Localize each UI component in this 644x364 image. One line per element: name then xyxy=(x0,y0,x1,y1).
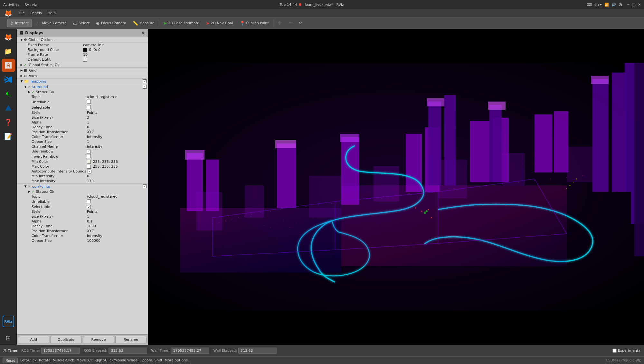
curr-points-decay-value[interactable]: 1000 xyxy=(86,224,147,228)
maximize-btn[interactable]: □ xyxy=(632,3,635,7)
surround-min-intensity-value[interactable]: 0 xyxy=(86,174,147,178)
add-button[interactable]: Add xyxy=(18,336,49,343)
curr-points-queue-value[interactable]: 100000 xyxy=(86,239,147,243)
firefox-sidebar-icon[interactable]: 🦊 xyxy=(2,30,15,44)
curr-points-topic-value[interactable]: /cloud_registered xyxy=(86,194,147,199)
surround-min-color-value[interactable]: 238; 238; 236 xyxy=(93,160,118,164)
surround-size-value[interactable]: 3 xyxy=(86,115,147,120)
terminal-icon[interactable]: $_ xyxy=(2,87,15,101)
wall-elapsed-value[interactable]: 313.63 xyxy=(238,348,277,354)
axes-expand[interactable]: ▶ xyxy=(19,74,24,78)
curr-points-checkbox[interactable]: ✓ xyxy=(143,184,147,188)
close-btn[interactable]: ✕ xyxy=(638,3,641,7)
menu-panels[interactable]: Panels xyxy=(28,10,44,16)
global-options-expand[interactable]: ▼ xyxy=(19,37,24,42)
curr-points-col-trans-value[interactable]: Intensity xyxy=(86,234,147,238)
experimental-checkbox[interactable] xyxy=(612,349,617,353)
surround-max-color-value[interactable]: 255; 255; 255 xyxy=(93,164,118,169)
interact-button[interactable]: ↕ Interact xyxy=(7,19,32,27)
focus-camera-button[interactable]: ⊕ Focus Camera xyxy=(93,19,129,27)
remove-button[interactable]: Remove xyxy=(83,336,114,343)
reset-view-button[interactable]: ⟳ xyxy=(297,19,305,27)
surround-pos-trans-value[interactable]: XYZ xyxy=(86,130,147,134)
surround-style-value[interactable]: Points xyxy=(86,111,147,115)
duplicate-button[interactable]: Duplicate xyxy=(51,336,82,343)
nav-goal-button[interactable]: ➤ 2D Nav Goal xyxy=(203,19,236,27)
cmake-icon[interactable] xyxy=(2,101,15,115)
mapping-row[interactable]: ▼ 📁 mapping ✓ xyxy=(17,79,148,84)
activities-label[interactable]: Activities xyxy=(3,3,19,7)
surround-selectable-checkbox[interactable] xyxy=(87,105,91,109)
zoom-out-button[interactable]: ➖ xyxy=(286,19,296,27)
vscode-icon[interactable] xyxy=(2,73,15,86)
surround-channel-value[interactable]: intensity xyxy=(86,144,147,149)
app-store-icon[interactable]: 🅰 xyxy=(2,59,15,72)
grid-expand[interactable]: ▶ xyxy=(19,68,24,73)
measure-button[interactable]: 📏 Measure xyxy=(130,19,157,27)
curr-points-row[interactable]: ▼ ✳ currPoints ✓ xyxy=(17,184,148,189)
surround-status-expand[interactable]: ▶ xyxy=(27,90,32,94)
curr-points-alpha-value[interactable]: 0.1 xyxy=(86,219,147,223)
surround-max-intensity-value[interactable]: 170 xyxy=(86,179,147,183)
axes-row[interactable]: ▶ ⊕ Axes xyxy=(17,73,148,79)
default-light-check[interactable]: ✓ xyxy=(82,57,147,62)
ros-elapsed-value[interactable]: 313.63 xyxy=(109,348,147,354)
zoom-in-button[interactable]: ➕ xyxy=(275,19,285,27)
select-button[interactable]: ▭ Select xyxy=(70,19,92,27)
surround-queue-value[interactable]: 1 xyxy=(86,140,147,144)
fixed-frame-value[interactable]: camera_init xyxy=(82,43,147,47)
menu-help[interactable]: Help xyxy=(45,10,58,16)
notepad-icon[interactable]: 📝 xyxy=(2,130,15,143)
surround-alpha-value[interactable]: 1 xyxy=(86,120,147,124)
minimize-btn[interactable]: ─ xyxy=(627,3,630,7)
viewport[interactable]: ◀ xyxy=(148,29,644,345)
displays-content[interactable]: ▼ ⚙ Global Options Fixed Frame camera_in… xyxy=(17,37,148,334)
global-status-expand[interactable]: ▶ xyxy=(19,63,24,67)
firefox-icon[interactable]: 🦊 xyxy=(1,9,15,17)
surround-rainbow-checkbox[interactable]: ✓ xyxy=(87,150,91,153)
file-manager-icon[interactable]: 📁 xyxy=(2,44,15,58)
surround-autocompute-checkbox[interactable]: ✓ xyxy=(88,170,91,173)
frame-rate-value[interactable]: 10 xyxy=(82,53,147,57)
app-name-label[interactable]: RV rviz xyxy=(24,3,37,7)
mapping-expand[interactable]: ▼ xyxy=(19,79,24,84)
wall-time-value[interactable]: 1705387495.27 xyxy=(171,348,209,354)
surround-unreliable-checkbox[interactable] xyxy=(87,100,91,103)
surround-invert-checkbox[interactable] xyxy=(87,154,91,158)
system-time: Tue 14:44 xyxy=(279,3,297,7)
surround-unreliable-check[interactable] xyxy=(86,100,147,104)
curr-points-unreliable-checkbox[interactable] xyxy=(87,199,91,203)
global-status-row[interactable]: ▶ ✓ Global Status: Ok xyxy=(17,62,148,68)
help-icon[interactable]: ❓ xyxy=(2,115,15,129)
svg-rect-84 xyxy=(341,185,567,266)
reset-button[interactable]: Reset xyxy=(3,358,18,363)
surround-row[interactable]: ▼ ✳ surround ✓ xyxy=(17,84,148,89)
curr-points-style-value[interactable]: Points xyxy=(86,210,147,214)
curr-points-size-value[interactable]: 1 xyxy=(86,214,147,219)
mapping-checkbox[interactable]: ✓ xyxy=(143,79,147,83)
lang-indicator[interactable]: en ▾ xyxy=(594,3,602,7)
surround-expand[interactable]: ▼ xyxy=(23,84,28,89)
grid-icon[interactable]: ⊞ xyxy=(2,331,15,345)
grid-row[interactable]: ▶ ▦ Grid xyxy=(17,68,148,73)
pose-estimate-button[interactable]: ➤ 2D Pose Estimate xyxy=(160,19,202,27)
surround-decay-value[interactable]: 0 xyxy=(86,125,147,129)
rviz-icon[interactable]: RViz xyxy=(3,316,14,327)
surround-topic-value[interactable]: /cloud_registered xyxy=(86,95,147,99)
curr-points-selectable-checkbox[interactable]: ✓ xyxy=(87,205,91,209)
displays-close-btn[interactable]: × xyxy=(141,30,145,35)
global-options-row[interactable]: ▼ ⚙ Global Options xyxy=(17,37,148,43)
pose-estimate-label: 2D Pose Estimate xyxy=(168,21,199,25)
rename-button[interactable]: Rename xyxy=(115,336,147,343)
default-light-checkbox[interactable]: ✓ xyxy=(83,58,87,62)
publish-point-button[interactable]: 📍 Publish Point xyxy=(237,19,272,27)
menu-file[interactable]: File xyxy=(16,10,27,16)
curr-points-status-expand[interactable]: ▶ xyxy=(27,189,32,194)
curr-points-pos-trans-value[interactable]: XYZ xyxy=(86,229,147,233)
surround-col-trans-value[interactable]: Intensity xyxy=(86,135,147,139)
curr-points-expand[interactable]: ▼ xyxy=(23,184,28,189)
move-camera-button[interactable]: 🎥 Move Camera xyxy=(33,19,70,27)
wifi-icon: 📶 xyxy=(604,3,609,7)
ros-time-value[interactable]: 1705387495.17 xyxy=(41,348,80,354)
surround-checkbox[interactable]: ✓ xyxy=(143,85,147,89)
